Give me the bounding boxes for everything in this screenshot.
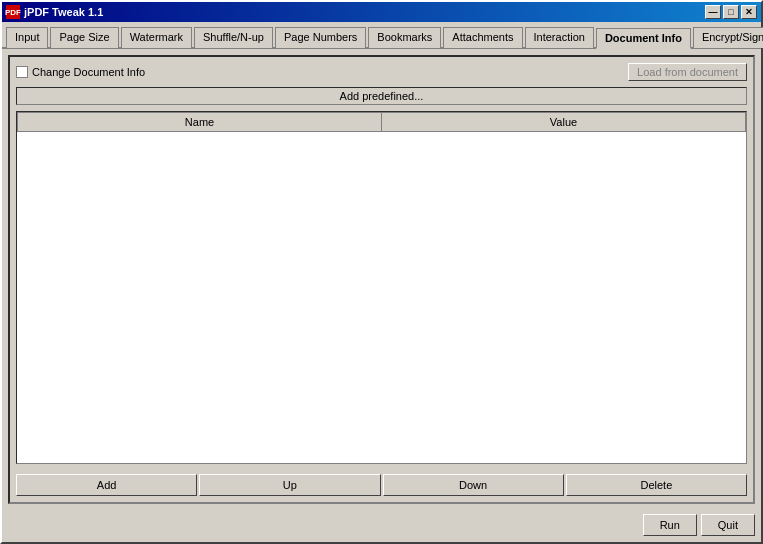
delete-button[interactable]: Delete xyxy=(566,474,747,496)
tab-interaction[interactable]: Interaction xyxy=(525,27,594,48)
tab-encrypt-sign[interactable]: Encrypt/Sign xyxy=(693,27,763,48)
change-doc-info-checkbox-label[interactable]: Change Document Info xyxy=(16,66,145,78)
content-area: Change Document Info Load from document … xyxy=(2,49,761,510)
title-bar-left: PDF jPDF Tweak 1.1 xyxy=(6,5,103,19)
info-table-container: Name Value xyxy=(16,111,747,464)
load-from-document-button[interactable]: Load from document xyxy=(628,63,747,81)
tab-input[interactable]: Input xyxy=(6,27,48,48)
window-title: jPDF Tweak 1.1 xyxy=(24,6,103,18)
column-header-value: Value xyxy=(382,113,746,132)
title-buttons: — □ ✕ xyxy=(705,5,757,19)
change-doc-info-checkbox[interactable] xyxy=(16,66,28,78)
info-table: Name Value xyxy=(17,112,746,132)
tab-bookmarks[interactable]: Bookmarks xyxy=(368,27,441,48)
tab-attachments[interactable]: Attachments xyxy=(443,27,522,48)
minimize-button[interactable]: — xyxy=(705,5,721,19)
change-doc-info-label: Change Document Info xyxy=(32,66,145,78)
add-predefined-label: Add predefined... xyxy=(340,90,424,102)
quit-button[interactable]: Quit xyxy=(701,514,755,536)
bottom-buttons: Add Up Down Delete xyxy=(16,474,747,496)
up-button[interactable]: Up xyxy=(199,474,380,496)
tab-watermark[interactable]: Watermark xyxy=(121,27,192,48)
column-header-name: Name xyxy=(18,113,382,132)
maximize-button[interactable]: □ xyxy=(723,5,739,19)
run-button[interactable]: Run xyxy=(643,514,697,536)
app-icon: PDF xyxy=(6,5,20,19)
tab-bar: Input Page Size Watermark Shuffle/N-up P… xyxy=(2,22,761,49)
document-info-panel: Change Document Info Load from document … xyxy=(8,55,755,504)
down-button[interactable]: Down xyxy=(383,474,564,496)
tab-shuffle-nup[interactable]: Shuffle/N-up xyxy=(194,27,273,48)
footer: Run Quit xyxy=(2,510,761,542)
tab-document-info[interactable]: Document Info xyxy=(596,28,691,49)
main-window: PDF jPDF Tweak 1.1 — □ ✕ Input Page Size… xyxy=(0,0,763,544)
tab-page-size[interactable]: Page Size xyxy=(50,27,118,48)
top-controls: Change Document Info Load from document xyxy=(16,63,747,81)
add-button[interactable]: Add xyxy=(16,474,197,496)
tab-page-numbers[interactable]: Page Numbers xyxy=(275,27,366,48)
title-bar: PDF jPDF Tweak 1.1 — □ ✕ xyxy=(2,2,761,22)
add-predefined-bar[interactable]: Add predefined... xyxy=(16,87,747,105)
close-button[interactable]: ✕ xyxy=(741,5,757,19)
